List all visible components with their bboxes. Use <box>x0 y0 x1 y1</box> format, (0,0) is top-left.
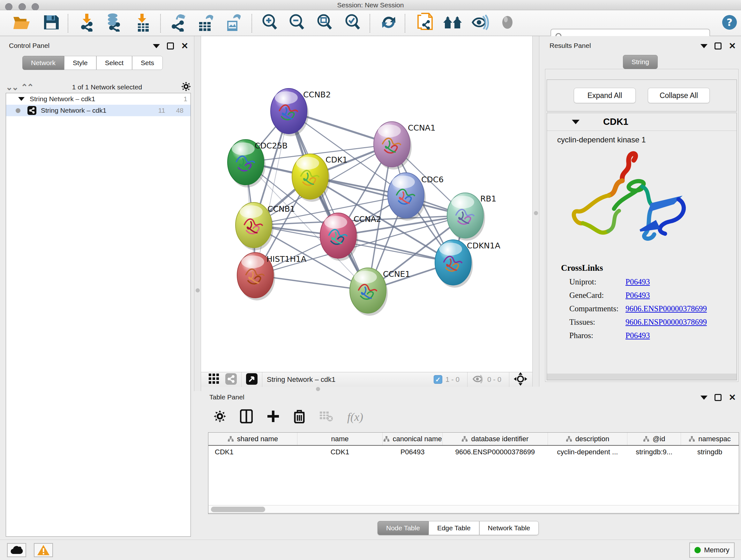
column-header-shared-name[interactable]: shared name <box>208 433 297 445</box>
table-panel-close-icon[interactable]: ✕ <box>729 394 736 401</box>
column-header-namespac[interactable]: namespac <box>681 433 739 445</box>
table-cell[interactable]: cyclin-dependent ... <box>548 445 627 458</box>
hidden-eye-icon[interactable] <box>472 374 484 385</box>
network-canvas[interactable]: CCNB2CCNA1CDC25BCDK1CDC6RB1CCNB1CCNA2CDK… <box>201 36 532 372</box>
first-neighbors-icon[interactable] <box>443 14 462 32</box>
column-header-canonical-name[interactable]: canonical name <box>383 433 443 445</box>
crosslink-link[interactable]: 9606.ENSP00000378699 <box>625 304 707 313</box>
selected-indicator-checkbox[interactable]: ✓ <box>434 375 442 384</box>
export-network-icon[interactable] <box>170 13 187 33</box>
help-icon[interactable]: ? <box>722 14 738 32</box>
crosslink-link[interactable]: P06493 <box>625 331 650 340</box>
new-network-from-selection-icon[interactable] <box>417 13 433 33</box>
collection-expand-icon[interactable] <box>18 97 24 101</box>
network-collection-row[interactable]: String Network – cdk1 1 <box>6 93 191 105</box>
import-network-from-database-icon[interactable] <box>105 13 122 33</box>
table-cell[interactable]: CDK1 <box>208 445 297 458</box>
splitter-handle-icon[interactable] <box>534 211 538 215</box>
table-cell[interactable]: stringdb <box>681 445 739 458</box>
gene-header-row[interactable]: CDK1 <box>547 113 737 131</box>
tab-style[interactable]: Style <box>64 56 96 70</box>
tab-string[interactable]: String <box>623 55 658 69</box>
add-column-icon[interactable] <box>267 410 280 424</box>
import-table-from-file-icon[interactable] <box>135 13 151 33</box>
save-session-icon[interactable] <box>43 14 59 32</box>
crosslink-link[interactable]: P06493 <box>625 277 650 287</box>
import-network-from-file-icon[interactable] <box>78 13 95 33</box>
splitter-handle-icon[interactable] <box>316 387 320 391</box>
tab-select[interactable]: Select <box>96 56 132 70</box>
export-table-icon[interactable] <box>197 13 213 33</box>
table-settings-gear-icon[interactable] <box>214 410 226 424</box>
birdseye-view-icon[interactable] <box>246 373 258 386</box>
tab-network-table[interactable]: Network Table <box>479 521 539 535</box>
crosslink-link[interactable]: P06493 <box>625 291 650 300</box>
results-panel-float-icon[interactable] <box>715 43 722 50</box>
network-node-CCNE1[interactable]: CCNE1 <box>350 268 410 316</box>
crosslink-link[interactable]: 9606.ENSP00000378699 <box>625 318 707 327</box>
table-cell[interactable]: stringdb:9... <box>627 445 681 458</box>
tab-sets[interactable]: Sets <box>132 56 163 70</box>
column-header-name[interactable]: name <box>297 433 382 445</box>
splitter-handle-icon[interactable] <box>196 288 200 293</box>
table-cell[interactable]: CDK1 <box>297 445 382 458</box>
hide-selected-icon[interactable] <box>471 14 489 32</box>
memory-button[interactable]: Memory <box>689 543 735 558</box>
table-cell[interactable]: 9606.ENSP00000378699 <box>442 445 548 458</box>
network-row[interactable]: String Network – cdk1 11 48 <box>6 105 191 116</box>
network-node-CDC25B[interactable]: CDC25B <box>227 139 287 187</box>
network-node-HIST1H1A[interactable]: HIST1H1A <box>237 253 307 300</box>
zoom-fit-icon[interactable] <box>316 13 333 33</box>
apply-preferred-layout-icon[interactable] <box>380 13 398 33</box>
warnings-button[interactable] <box>34 543 53 557</box>
export-image-icon[interactable] <box>224 13 241 33</box>
show-columns-icon[interactable] <box>240 409 253 425</box>
left-splitter[interactable] <box>194 36 201 391</box>
column-header-database-identifier[interactable]: database identifier <box>442 433 548 445</box>
network-edge-CCNB2-HIST1H1A[interactable] <box>255 111 289 275</box>
scrollbar-thumb[interactable] <box>211 507 265 512</box>
network-label: String Network – cdk1 <box>41 107 158 114</box>
delete-column-icon[interactable] <box>293 409 305 425</box>
control-panel-float-icon[interactable] <box>167 43 174 50</box>
network-node-CCNA2[interactable]: CCNA2 <box>320 213 381 261</box>
tab-edge-table[interactable]: Edge Table <box>428 521 479 535</box>
zoom-out-icon[interactable] <box>288 13 306 33</box>
table-row[interactable]: CDK1CDK1P064939606.ENSP00000378699cyclin… <box>208 445 739 458</box>
show-all-icon[interactable] <box>499 14 515 32</box>
collapse-all-networks-icon[interactable]: ⌄⌄ <box>6 82 18 92</box>
network-share-view-icon[interactable] <box>225 373 237 386</box>
tab-node-table[interactable]: Node Table <box>378 521 428 535</box>
network-node-RB1[interactable]: RB1 <box>447 193 496 241</box>
open-file-icon[interactable] <box>12 14 31 32</box>
expand-all-networks-icon[interactable]: ⌃⌃ <box>21 82 33 92</box>
network-options-gear-icon[interactable] <box>181 82 191 92</box>
expand-all-button[interactable]: Expand All <box>574 88 636 103</box>
control-panel-close-icon[interactable]: ✕ <box>181 43 188 50</box>
gene-collapse-icon[interactable] <box>572 120 580 124</box>
table-horizontal-scrollbar[interactable] <box>208 505 739 513</box>
zoom-selected-icon[interactable] <box>344 13 361 33</box>
network-node-CCNB2[interactable]: CCNB2 <box>271 88 331 136</box>
control-panel-menu-icon[interactable] <box>153 44 160 48</box>
tab-network[interactable]: Network <box>22 56 64 70</box>
network-node-CDKN1A[interactable]: CDKN1A <box>435 240 500 288</box>
results-panel-close-icon[interactable]: ✕ <box>729 43 736 50</box>
collapse-all-button[interactable]: Collapse All <box>648 88 710 103</box>
column-header--id[interactable]: @id <box>627 433 681 445</box>
column-header-description[interactable]: description <box>548 433 627 445</box>
table-panel-float-icon[interactable] <box>715 394 722 401</box>
results-panel-menu-icon[interactable] <box>700 44 708 48</box>
network-node-CDC6[interactable]: CDC6 <box>388 173 444 221</box>
zoom-in-icon[interactable] <box>261 13 278 33</box>
network-graph[interactable]: CCNB2CCNA1CDC25BCDK1CDC6RB1CCNB1CCNA2CDK… <box>201 36 532 372</box>
fit-content-crosshair-icon[interactable] <box>514 372 527 387</box>
grid-view-icon[interactable] <box>209 374 219 386</box>
node-label-CDC6: CDC6 <box>421 175 444 184</box>
node-table[interactable]: shared namenamecanonical namedatabase id… <box>208 432 739 514</box>
right-splitter[interactable] <box>532 36 539 391</box>
network-node-CCNA1[interactable]: CCNA1 <box>374 122 435 170</box>
table-panel-menu-icon[interactable] <box>700 395 708 400</box>
cloud-status-button[interactable] <box>7 543 26 557</box>
table-cell[interactable]: P06493 <box>383 445 443 458</box>
